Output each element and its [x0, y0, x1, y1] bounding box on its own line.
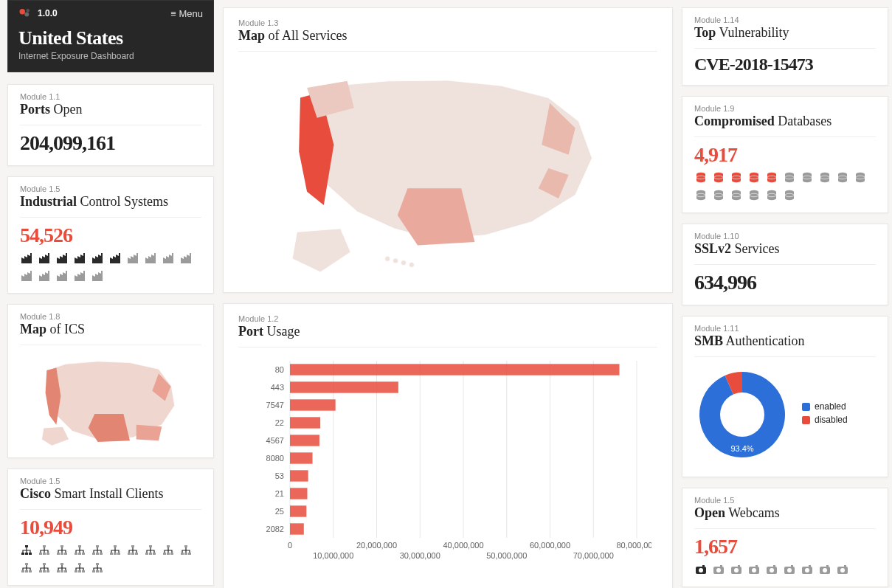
database-icon	[694, 189, 708, 202]
factory-icon	[55, 252, 69, 265]
factory-icon	[38, 269, 51, 283]
card-sslv2: Module 1.10 SSLv2 Services 634,996	[682, 224, 888, 305]
cisco-icon-row	[20, 544, 201, 575]
camera-icon	[712, 563, 725, 576]
database-icon	[712, 171, 725, 184]
smb-pie-chart[interactable]: 93.4%	[694, 363, 790, 466]
svg-rect-21	[290, 364, 620, 375]
factory-icon	[179, 252, 193, 265]
svg-point-1	[24, 13, 29, 17]
svg-text:80: 80	[275, 365, 284, 374]
network-icon	[73, 544, 86, 557]
factory-icon	[91, 269, 104, 283]
svg-text:60,000,000: 60,000,000	[530, 541, 570, 550]
app-version: 1.0.0	[38, 8, 58, 18]
header: 1.0.0 ≡ Menu United States Internet Expo…	[7, 0, 214, 72]
svg-rect-27	[290, 417, 320, 428]
database-icon	[730, 189, 743, 202]
camera-icon	[801, 563, 814, 576]
ics-icon-row	[20, 252, 201, 283]
page-title: United States	[18, 27, 203, 49]
port-usage-chart[interactable]: 010,000,00020,000,00030,000,00040,000,00…	[238, 353, 651, 575]
svg-rect-37	[290, 505, 306, 516]
svg-point-2	[27, 9, 30, 13]
network-icon	[38, 561, 51, 575]
network-icon	[73, 561, 86, 575]
network-icon	[20, 561, 33, 575]
database-icon	[783, 189, 796, 202]
network-icon	[91, 544, 104, 557]
card-cisco: Module 1.5 Cisco Smart Install Clients 1…	[7, 468, 214, 586]
factory-icon	[144, 252, 157, 265]
factory-icon	[73, 252, 86, 265]
database-icon	[783, 171, 796, 184]
databases-icon-row	[694, 171, 876, 202]
cisco-value: 10,949	[20, 516, 201, 539]
camera-icon	[765, 563, 778, 576]
svg-text:443: 443	[271, 383, 284, 392]
webcams-value: 1,657	[694, 535, 876, 558]
ports-open-value: 204,099,161	[20, 131, 201, 155]
svg-rect-31	[290, 452, 313, 463]
svg-text:8080: 8080	[266, 454, 284, 463]
database-icon	[747, 171, 761, 184]
network-icon	[126, 544, 139, 557]
card-webcams: Module 1.5 Open Webcams 1,657	[682, 488, 888, 587]
svg-text:30,000,000: 30,000,000	[400, 551, 440, 560]
card-ics-map: Module 1.8 Map of ICS	[7, 304, 214, 458]
databases-value: 4,917	[694, 143, 876, 167]
factory-icon	[38, 252, 51, 265]
card-databases: Module 1.9 Compromised Databases 4,917	[682, 96, 888, 213]
card-ports-open: Module 1.1 Ports Open 204,099,161	[7, 84, 214, 166]
page-subtitle: Internet Exposure Dashboard	[18, 51, 203, 61]
svg-text:4567: 4567	[266, 436, 284, 445]
factory-icon	[108, 252, 122, 265]
shodan-logo-icon	[18, 7, 32, 20]
network-icon	[55, 561, 69, 575]
camera-icon	[730, 563, 743, 576]
top-vuln-value: CVE-2018-15473	[694, 55, 876, 75]
database-icon	[765, 189, 778, 202]
svg-text:22: 22	[275, 418, 284, 427]
svg-point-0	[20, 9, 26, 15]
database-icon	[836, 171, 849, 184]
svg-rect-35	[290, 488, 308, 499]
network-icon	[162, 544, 175, 557]
svg-rect-25	[290, 399, 336, 410]
card-map-services: Module 1.3 Map of All Services	[223, 7, 673, 293]
svg-text:70,000,000: 70,000,000	[573, 551, 614, 560]
database-icon	[747, 189, 761, 202]
svg-text:21: 21	[275, 489, 284, 498]
svg-rect-39	[290, 523, 304, 534]
database-icon	[712, 189, 725, 202]
webcams-icon-row	[694, 563, 876, 576]
smb-legend: enabled disabled	[802, 401, 848, 428]
svg-text:50,000,000: 50,000,000	[486, 551, 527, 560]
module-label: Module 1.1	[20, 92, 201, 101]
database-icon	[818, 171, 832, 184]
camera-icon	[818, 563, 832, 576]
camera-icon	[783, 563, 796, 576]
network-icon	[20, 544, 33, 557]
card-port-usage: Module 1.2 Port Usage 010,000,00020,000,…	[223, 303, 673, 588]
factory-icon	[20, 269, 33, 283]
sslv2-value: 634,996	[694, 271, 876, 294]
svg-text:93.4%: 93.4%	[730, 444, 753, 453]
database-icon	[765, 171, 778, 184]
us-map-ics[interactable]	[20, 351, 201, 447]
svg-text:2082: 2082	[266, 525, 284, 533]
network-icon	[144, 544, 157, 557]
us-map-services[interactable]	[238, 58, 657, 279]
factory-icon	[162, 252, 175, 265]
factory-icon	[126, 252, 139, 265]
card-top-vuln: Module 1.14 Top Vulnerability CVE-2018-1…	[682, 7, 888, 86]
card-ics: Module 1.5 Industrial Control Systems 54…	[7, 176, 214, 294]
svg-rect-29	[290, 435, 319, 446]
svg-text:25: 25	[275, 507, 284, 516]
ics-value: 54,526	[20, 224, 201, 247]
menu-button[interactable]: ≡ Menu	[170, 8, 203, 19]
factory-icon	[20, 252, 33, 265]
camera-icon	[836, 563, 849, 576]
camera-icon	[747, 563, 761, 576]
database-icon	[694, 171, 708, 184]
